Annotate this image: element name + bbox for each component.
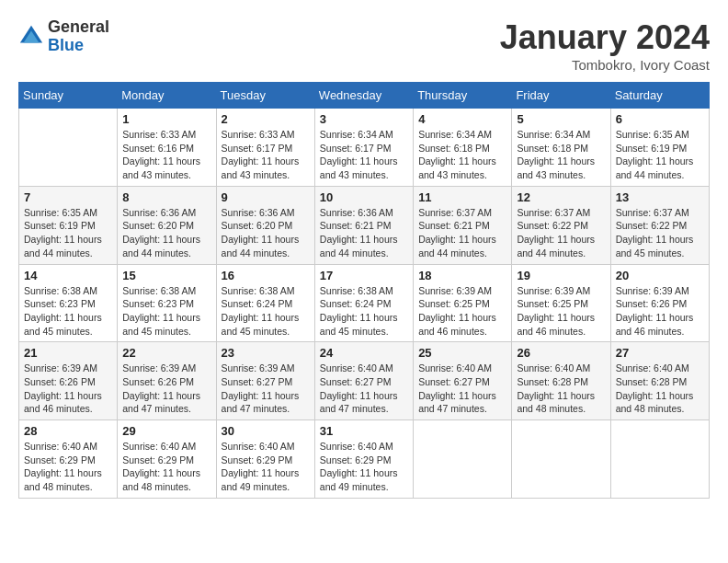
calendar-table: SundayMondayTuesdayWednesdayThursdayFrid… — [18, 82, 710, 499]
calendar-cell — [414, 420, 512, 499]
calendar-cell — [512, 420, 610, 499]
calendar-week-5: 28Sunrise: 6:40 AMSunset: 6:29 PMDayligh… — [19, 420, 710, 499]
calendar-cell: 12Sunrise: 6:37 AMSunset: 6:22 PMDayligh… — [512, 186, 610, 264]
calendar-cell: 16Sunrise: 6:38 AMSunset: 6:24 PMDayligh… — [216, 264, 314, 342]
calendar-cell: 29Sunrise: 6:40 AMSunset: 6:29 PMDayligh… — [118, 420, 216, 499]
calendar-cell: 9Sunrise: 6:36 AMSunset: 6:20 PMDaylight… — [216, 186, 314, 264]
day-number: 17 — [320, 269, 408, 282]
calendar-cell: 25Sunrise: 6:40 AMSunset: 6:27 PMDayligh… — [414, 342, 512, 420]
day-number: 29 — [122, 424, 210, 438]
location-subtitle: Tombokro, Ivory Coast — [500, 57, 710, 73]
day-info: Sunrise: 6:40 AMSunset: 6:27 PMDaylight:… — [320, 362, 408, 416]
day-info: Sunrise: 6:34 AMSunset: 6:18 PMDaylight:… — [517, 128, 605, 182]
calendar-week-4: 21Sunrise: 6:39 AMSunset: 6:26 PMDayligh… — [19, 342, 710, 420]
day-number: 28 — [24, 424, 112, 438]
day-number: 16 — [222, 269, 310, 282]
calendar-cell: 3Sunrise: 6:34 AMSunset: 6:17 PMDaylight… — [314, 109, 413, 187]
calendar-week-2: 7Sunrise: 6:35 AMSunset: 6:19 PMDaylight… — [19, 186, 710, 264]
calendar-cell: 30Sunrise: 6:40 AMSunset: 6:29 PMDayligh… — [216, 420, 314, 499]
calendar-cell: 10Sunrise: 6:36 AMSunset: 6:21 PMDayligh… — [314, 186, 413, 264]
day-info: Sunrise: 6:38 AMSunset: 6:24 PMDaylight:… — [222, 284, 310, 339]
day-info: Sunrise: 6:40 AMSunset: 6:29 PMDaylight:… — [320, 440, 408, 494]
calendar-cell: 20Sunrise: 6:39 AMSunset: 6:26 PMDayligh… — [610, 264, 709, 342]
day-number: 15 — [122, 269, 210, 282]
day-number: 4 — [418, 112, 506, 126]
calendar-cell: 22Sunrise: 6:39 AMSunset: 6:26 PMDayligh… — [118, 342, 216, 420]
calendar-cell: 11Sunrise: 6:37 AMSunset: 6:21 PMDayligh… — [414, 186, 512, 264]
day-info: Sunrise: 6:40 AMSunset: 6:28 PMDaylight:… — [616, 362, 704, 416]
day-info: Sunrise: 6:39 AMSunset: 6:25 PMDaylight:… — [418, 284, 506, 339]
day-number: 14 — [24, 269, 112, 282]
day-number: 2 — [222, 112, 310, 126]
logo: General Blue — [18, 18, 109, 55]
weekday-header-friday: Friday — [512, 83, 610, 109]
weekday-row: SundayMondayTuesdayWednesdayThursdayFrid… — [19, 83, 710, 109]
day-info: Sunrise: 6:39 AMSunset: 6:27 PMDaylight:… — [222, 362, 310, 416]
day-info: Sunrise: 6:38 AMSunset: 6:24 PMDaylight:… — [320, 284, 408, 339]
day-info: Sunrise: 6:40 AMSunset: 6:28 PMDaylight:… — [517, 362, 605, 416]
day-number: 25 — [418, 346, 506, 360]
day-info: Sunrise: 6:37 AMSunset: 6:22 PMDaylight:… — [517, 206, 605, 260]
weekday-header-wednesday: Wednesday — [314, 83, 413, 109]
calendar-cell: 1Sunrise: 6:33 AMSunset: 6:16 PMDaylight… — [118, 109, 216, 187]
day-number: 21 — [24, 346, 112, 360]
day-info: Sunrise: 6:40 AMSunset: 6:29 PMDaylight:… — [222, 440, 310, 494]
day-number: 18 — [418, 269, 506, 282]
day-number: 27 — [616, 346, 704, 360]
day-number: 31 — [320, 424, 408, 438]
logo-general: General — [48, 18, 109, 37]
day-number: 1 — [122, 112, 210, 126]
calendar-week-1: 1Sunrise: 6:33 AMSunset: 6:16 PMDaylight… — [19, 109, 710, 187]
day-number: 26 — [517, 346, 605, 360]
day-number: 19 — [517, 269, 605, 282]
day-number: 22 — [122, 346, 210, 360]
day-number: 8 — [122, 190, 210, 204]
calendar-cell — [610, 420, 709, 499]
day-info: Sunrise: 6:36 AMSunset: 6:20 PMDaylight:… — [122, 206, 210, 260]
calendar-cell: 26Sunrise: 6:40 AMSunset: 6:28 PMDayligh… — [512, 342, 610, 420]
day-number: 23 — [222, 346, 310, 360]
day-number: 9 — [222, 190, 310, 204]
calendar-cell: 2Sunrise: 6:33 AMSunset: 6:17 PMDaylight… — [216, 109, 314, 187]
day-info: Sunrise: 6:40 AMSunset: 6:29 PMDaylight:… — [122, 440, 210, 494]
calendar-cell: 14Sunrise: 6:38 AMSunset: 6:23 PMDayligh… — [19, 264, 118, 342]
day-info: Sunrise: 6:39 AMSunset: 6:26 PMDaylight:… — [122, 362, 210, 416]
day-info: Sunrise: 6:39 AMSunset: 6:26 PMDaylight:… — [24, 362, 112, 416]
calendar-cell: 6Sunrise: 6:35 AMSunset: 6:19 PMDaylight… — [610, 109, 709, 187]
calendar-header: SundayMondayTuesdayWednesdayThursdayFrid… — [19, 83, 710, 109]
calendar-cell — [19, 109, 118, 187]
calendar-cell: 4Sunrise: 6:34 AMSunset: 6:18 PMDaylight… — [414, 109, 512, 187]
day-info: Sunrise: 6:34 AMSunset: 6:18 PMDaylight:… — [418, 128, 506, 182]
weekday-header-thursday: Thursday — [414, 83, 512, 109]
day-number: 30 — [222, 424, 310, 438]
day-info: Sunrise: 6:39 AMSunset: 6:26 PMDaylight:… — [616, 284, 704, 339]
month-title: January 2024 — [500, 18, 710, 57]
day-info: Sunrise: 6:40 AMSunset: 6:29 PMDaylight:… — [24, 440, 112, 494]
day-info: Sunrise: 6:38 AMSunset: 6:23 PMDaylight:… — [24, 284, 112, 339]
calendar-cell: 5Sunrise: 6:34 AMSunset: 6:18 PMDaylight… — [512, 109, 610, 187]
weekday-header-tuesday: Tuesday — [216, 83, 314, 109]
day-info: Sunrise: 6:35 AMSunset: 6:19 PMDaylight:… — [616, 128, 704, 182]
calendar-cell: 27Sunrise: 6:40 AMSunset: 6:28 PMDayligh… — [610, 342, 709, 420]
calendar-cell: 21Sunrise: 6:39 AMSunset: 6:26 PMDayligh… — [19, 342, 118, 420]
calendar-cell: 23Sunrise: 6:39 AMSunset: 6:27 PMDayligh… — [216, 342, 314, 420]
calendar-cell: 18Sunrise: 6:39 AMSunset: 6:25 PMDayligh… — [414, 264, 512, 342]
day-info: Sunrise: 6:36 AMSunset: 6:20 PMDaylight:… — [222, 206, 310, 260]
calendar-cell: 13Sunrise: 6:37 AMSunset: 6:22 PMDayligh… — [610, 186, 709, 264]
calendar-cell: 15Sunrise: 6:38 AMSunset: 6:23 PMDayligh… — [118, 264, 216, 342]
calendar-cell: 28Sunrise: 6:40 AMSunset: 6:29 PMDayligh… — [19, 420, 118, 499]
day-number: 20 — [616, 269, 704, 282]
day-info: Sunrise: 6:38 AMSunset: 6:23 PMDaylight:… — [122, 284, 210, 339]
calendar-cell: 24Sunrise: 6:40 AMSunset: 6:27 PMDayligh… — [314, 342, 413, 420]
day-info: Sunrise: 6:37 AMSunset: 6:21 PMDaylight:… — [418, 206, 506, 260]
day-number: 7 — [24, 190, 112, 204]
day-number: 3 — [320, 112, 408, 126]
logo-blue: Blue — [48, 37, 109, 55]
day-info: Sunrise: 6:40 AMSunset: 6:27 PMDaylight:… — [418, 362, 506, 416]
calendar-cell: 31Sunrise: 6:40 AMSunset: 6:29 PMDayligh… — [314, 420, 413, 499]
calendar-cell: 7Sunrise: 6:35 AMSunset: 6:19 PMDaylight… — [19, 186, 118, 264]
day-number: 5 — [517, 112, 605, 126]
logo-icon — [18, 24, 44, 50]
calendar-cell: 17Sunrise: 6:38 AMSunset: 6:24 PMDayligh… — [314, 264, 413, 342]
logo-text: General Blue — [48, 18, 109, 55]
